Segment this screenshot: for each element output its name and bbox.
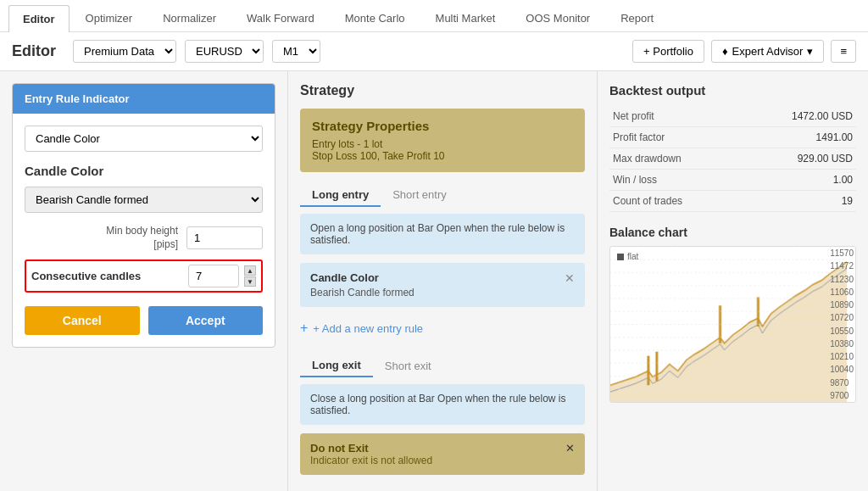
long-exit-tab[interactable]: Long exit xyxy=(300,354,373,377)
tab-multi-market[interactable]: Multi Market xyxy=(421,4,510,31)
short-exit-tab[interactable]: Short exit xyxy=(373,354,443,377)
chevron-down-icon: ▾ xyxy=(807,45,813,58)
strategy-props-title: Strategy Properties xyxy=(312,119,573,133)
chart-y-label: 10720 xyxy=(830,313,854,322)
strategy-title: Strategy xyxy=(300,83,585,98)
indicator-select[interactable]: Candle Color xyxy=(25,126,263,152)
chart-y-label: 11230 xyxy=(830,275,854,284)
expert-label: Expert Advisor xyxy=(732,45,804,58)
consecutive-input[interactable] xyxy=(188,265,239,287)
tab-optimizer[interactable]: Optimizer xyxy=(71,4,147,31)
min-body-height-row: Min body height [pips] xyxy=(25,225,263,251)
backtest-title: Backtest output xyxy=(609,83,856,98)
accept-button[interactable]: Accept xyxy=(148,306,264,335)
tab-walk-forward[interactable]: Walk Forward xyxy=(232,4,329,31)
entry-tabs: Long entry Short entry xyxy=(300,184,585,207)
menu-button[interactable]: ≡ xyxy=(831,40,856,63)
row-value: 929.00 USD xyxy=(740,148,856,170)
entry-rule-body: Candle Color Candle Color Bearish Candle… xyxy=(13,114,275,347)
strategy-props-line2: Stop Loss 100, Take Profit 10 xyxy=(312,150,573,162)
table-row: Max drawdown929.00 USD xyxy=(609,148,856,170)
add-rule-label: + Add a new entry rule xyxy=(313,322,423,335)
chart-y-label: 10890 xyxy=(830,300,854,310)
advisor-icon: ♦ xyxy=(722,45,728,58)
chart-y-label: 11570 xyxy=(830,248,854,258)
do-not-exit-title: Do not Exit xyxy=(310,442,432,455)
action-buttons: Cancel Accept xyxy=(25,306,263,335)
timeframe-select[interactable]: M1 xyxy=(272,40,320,63)
portfolio-button[interactable]: + Portfolio xyxy=(632,40,704,63)
table-row: Profit factor1491.00 xyxy=(609,127,856,148)
row-value: 19 xyxy=(740,191,856,212)
strategy-props-line1: Entry lots - 1 lot xyxy=(312,138,573,150)
row-label: Profit factor xyxy=(609,127,740,148)
legend-flat-label: flat xyxy=(627,252,638,261)
tab-report[interactable]: Report xyxy=(606,4,668,31)
consecutive-down-arrow[interactable]: ▼ xyxy=(244,276,256,287)
table-row: Net profit1472.00 USD xyxy=(609,106,856,127)
row-value: 1491.00 xyxy=(740,127,856,148)
min-body-input[interactable] xyxy=(186,226,263,249)
chart-y-label: 9870 xyxy=(830,378,854,388)
balance-chart: flat 11570114721123011060108901072010550… xyxy=(609,246,856,403)
legend-flat-dot xyxy=(617,254,624,260)
balance-chart-title: Balance chart xyxy=(609,226,856,239)
tab-monte-carlo[interactable]: Monte Carlo xyxy=(331,4,420,31)
consecutive-spinners[interactable]: ▲ ▼ xyxy=(244,265,256,287)
long-entry-description: Open a long position at Bar Open when th… xyxy=(300,214,585,254)
tab-normalizer[interactable]: Normalizer xyxy=(148,4,231,31)
chart-y-label: 11472 xyxy=(830,261,854,271)
chart-canvas xyxy=(610,247,855,402)
chart-y-label: 11060 xyxy=(830,287,854,297)
chart-y-label: 10040 xyxy=(830,365,854,374)
add-entry-rule-button[interactable]: + + Add a new entry rule xyxy=(300,314,585,343)
left-panel: Entry Rule Indicator Candle Color Candle… xyxy=(0,71,288,491)
do-not-exit-close-button[interactable]: ✕ xyxy=(565,442,575,455)
chart-legend: flat xyxy=(617,252,638,261)
table-row: Count of trades19 xyxy=(609,191,856,212)
expert-advisor-button[interactable]: ♦ Expert Advisor ▾ xyxy=(711,40,824,63)
consecutive-candles-row: Consecutive candles ▲ ▼ xyxy=(25,259,263,293)
add-icon: + xyxy=(300,321,308,336)
exit-tabs: Long exit Short exit xyxy=(300,354,585,377)
do-not-exit-card: Do not Exit Indicator exit is not allowe… xyxy=(300,433,585,475)
min-body-label: Min body height [pips] xyxy=(25,225,186,251)
row-value: 1472.00 USD xyxy=(740,106,856,127)
backtest-table: Net profit1472.00 USDProfit factor1491.0… xyxy=(609,106,856,212)
strategy-panel: Strategy Strategy Properties Entry lots … xyxy=(288,71,597,491)
chart-y-label: 10550 xyxy=(830,326,854,336)
indicator-subtitle: Bearish Candle formed xyxy=(310,287,415,299)
row-label: Win / loss xyxy=(609,170,740,191)
chart-y-label: 10380 xyxy=(830,339,854,349)
chart-y-label: 10210 xyxy=(830,352,854,361)
do-not-exit-sub: Indicator exit is not allowed xyxy=(310,455,432,466)
strategy-properties-card: Strategy Properties Entry lots - 1 lot S… xyxy=(300,109,585,172)
candle-color-indicator-card: Candle Color Bearish Candle formed ✕ xyxy=(300,263,585,307)
table-row: Win / loss1.00 xyxy=(609,170,856,191)
top-nav: Editor Optimizer Normalizer Walk Forward… xyxy=(0,0,868,32)
row-label: Max drawdown xyxy=(609,148,740,170)
entry-rule-indicator-box: Entry Rule Indicator Candle Color Candle… xyxy=(12,83,275,348)
tab-editor[interactable]: Editor xyxy=(8,5,70,32)
header-actions: + Portfolio ♦ Expert Advisor ▾ ≡ xyxy=(632,40,856,63)
candle-type-select[interactable]: Bearish Candle formed xyxy=(25,187,263,213)
row-value: 1.00 xyxy=(740,170,856,191)
backtest-panel: Backtest output Net profit1472.00 USDPro… xyxy=(597,71,868,491)
indicator-card-content: Candle Color Bearish Candle formed xyxy=(310,271,415,299)
page-title: Editor xyxy=(12,42,56,60)
symbol-select[interactable]: EURUSD xyxy=(185,40,264,63)
data-source-select[interactable]: Premium Data xyxy=(73,40,176,63)
consecutive-up-arrow[interactable]: ▲ xyxy=(244,265,256,276)
entry-rule-header: Entry Rule Indicator xyxy=(13,84,275,114)
candle-color-section-label: Candle Color xyxy=(25,164,263,178)
cancel-button[interactable]: Cancel xyxy=(25,306,140,335)
do-not-exit-content: Do not Exit Indicator exit is not allowe… xyxy=(310,442,432,466)
short-entry-tab[interactable]: Short entry xyxy=(381,184,459,207)
long-entry-tab[interactable]: Long entry xyxy=(300,184,381,207)
indicator-title: Candle Color xyxy=(310,271,415,284)
chart-y-label: 9700 xyxy=(830,391,854,400)
indicator-close-button[interactable]: ✕ xyxy=(565,271,575,285)
tab-oos-monitor[interactable]: OOS Monitor xyxy=(511,4,604,31)
header-bar: Editor Premium Data EURUSD M1 + Portfoli… xyxy=(0,32,868,71)
consecutive-label: Consecutive candles xyxy=(31,270,188,282)
